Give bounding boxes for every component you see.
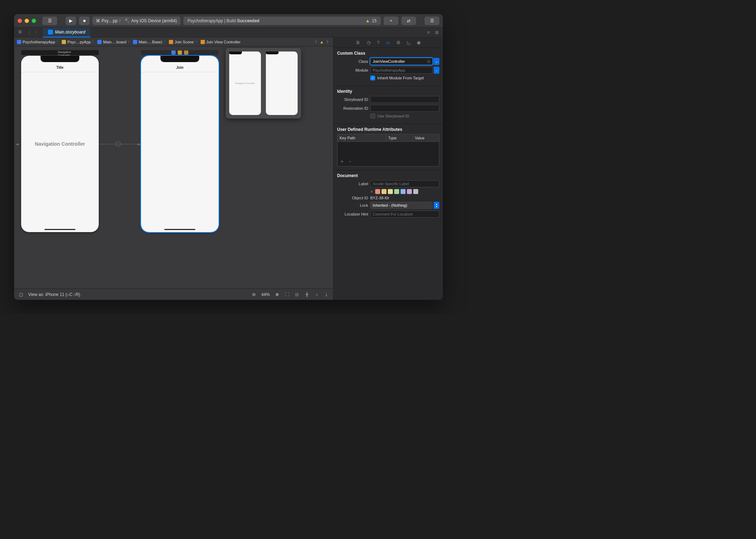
zoom-out-icon[interactable]: ⊖ [251,292,256,297]
class-input[interactable]: JoinViewController ⊙ [370,58,433,65]
notch [160,56,199,62]
canvas-bottom-bar: ▢ View as: iPhone 11 (wC hR) ⊖ 44% ⊕ ⛶ ⊟… [14,289,333,300]
crumb-scene[interactable]: Join Scene [175,40,194,44]
class-dropdown-arrow[interactable]: ⌄ [434,58,439,65]
add-editor-icon[interactable]: ⊞ [434,30,439,35]
size-inspector-tab[interactable]: ◺ [407,40,410,45]
zoom-level[interactable]: 44% [261,292,270,297]
minimap-scene-1[interactable]: Navigation Controller [229,52,261,115]
crumb-controller[interactable]: Join View Controller [206,40,241,44]
scene1-title-bar[interactable]: Navigation Controller [21,50,99,55]
clear-color-icon[interactable]: ✕ [370,190,373,194]
zoom-window-button[interactable] [32,19,36,23]
zoom-in-icon[interactable]: ⊕ [275,292,280,297]
resolve-issues-icon[interactable]: ⭳ [324,292,329,297]
identity-inspector-tab[interactable]: ▭ [386,40,390,45]
bounds-rect-icon[interactable]: ⛶ [285,292,289,297]
localizer-input[interactable]: Comment For Localizer [370,211,439,218]
swatch-red[interactable] [375,189,380,194]
doc-label-input[interactable]: Xcode Specific Label [370,180,439,187]
outline-toggle-icon[interactable]: ▢ [18,292,23,297]
navigation-controller-scene[interactable]: Title Navigation Controller [21,56,99,232]
swatch-orange[interactable] [382,189,386,194]
crumb-folder[interactable]: Psyc…pyApp [67,40,91,44]
use-storyboard-id-checkbox[interactable] [370,114,375,119]
crumb-file[interactable]: Main.…board [103,40,126,44]
history-inspector-tab[interactable]: ◷ [367,40,371,45]
pin-icon[interactable]: ⟐ [314,292,319,297]
connections-inspector-tab[interactable]: ◉ [417,40,421,45]
runtime-attrs-body[interactable]: ＋ － [337,142,439,166]
segue-icon[interactable] [116,141,121,146]
minimap-popover[interactable]: Navigation Controller [226,48,301,119]
toggle-inspector-button[interactable]: ☰ [425,17,439,25]
window-controls [18,19,36,23]
minimize-window-button[interactable] [25,19,29,23]
align-icon[interactable]: ╋ [304,292,309,297]
section-title: User Defined Runtime Attributes [337,127,439,132]
warning-icon[interactable]: ▲ [320,40,324,44]
forward-button[interactable]: 〉 [35,29,39,35]
lock-label: Lock [337,203,368,207]
activity-status[interactable]: PsychotherapyApp | Build Succeeded ▲ 15 [183,17,381,25]
col-value[interactable]: Value [413,134,439,141]
view-as-control[interactable]: View as: iPhone 11 (wC hR) [28,292,80,297]
back-button[interactable]: 〈 [26,29,31,35]
related-items-icon[interactable]: ⊞ [18,29,23,35]
module-input[interactable]: PsychotherapyApp [370,67,433,74]
inherit-module-label: Inherit Module From Target [377,76,424,80]
lock-select[interactable]: Inherited - (Nothing) [370,202,433,209]
swatch-gray[interactable] [413,189,418,194]
folder-icon [62,40,66,44]
storyboard-icon [97,40,102,44]
join-view-controller-scene[interactable]: Join [141,56,219,232]
toggle-navigator-button[interactable]: ☰ [42,17,57,25]
lock-dropdown-arrow[interactable]: ▲▼ [434,202,439,209]
col-type[interactable]: Type [386,134,413,141]
module-dropdown-arrow[interactable]: ⌄ [434,67,439,74]
tab-main-storyboard[interactable]: Main.storyboard [43,28,90,37]
help-inspector-tab[interactable]: ? [377,40,379,45]
run-button[interactable]: ▶ [66,17,76,25]
add-attribute-button[interactable]: ＋ [340,158,345,165]
close-window-button[interactable] [18,19,22,23]
jump-bar[interactable]: PsychotherapyApp 〉 Psyc…pyApp 〉 Main.…bo… [14,37,333,47]
attributes-inspector-tab[interactable]: ⚙ [396,40,401,45]
swatch-green[interactable] [394,189,399,194]
storyboard-id-input[interactable] [370,96,439,103]
crumb-base[interactable]: Main.…Base) [139,40,162,44]
restoration-id-input[interactable] [370,105,439,112]
library-button[interactable]: ＋ [384,17,398,25]
chevron-left-icon[interactable]: 〈 [313,39,317,44]
crumb-project[interactable]: PsychotherapyApp [23,40,55,44]
stop-button[interactable]: ■ [79,17,90,25]
clear-icon[interactable]: ⊙ [427,59,430,64]
stack-icon[interactable]: ⊟ [294,292,299,297]
exit-icon[interactable] [184,50,188,55]
inherit-module-checkbox[interactable]: ✓ [370,75,375,80]
status-sep: | Build [223,18,237,23]
nav-bar-title: Title [21,66,99,69]
first-responder-icon[interactable] [178,50,182,55]
swatch-yellow[interactable] [388,189,393,194]
storyboard-canvas[interactable]: Navigation Controller Title Navigation C… [14,47,333,289]
section-title: Custom Class [337,51,439,56]
chevron-right-icon: 〉 [119,18,123,24]
swatch-purple[interactable] [407,189,412,194]
col-keypath[interactable]: Key Path [337,134,386,141]
code-review-button[interactable]: ⇄ [401,17,416,25]
scheme-selector[interactable]: ⌘ Psy…pp 〉 🔨 Any iOS Device (arm64) [92,17,181,25]
adjust-editor-icon[interactable]: ≡ [426,30,431,35]
minimap-scene-2[interactable] [266,52,298,115]
chevron-right-icon[interactable]: 〉 [327,39,330,44]
scene2-title-bar[interactable] [141,50,219,55]
file-inspector-tab[interactable]: 🗎 [356,40,360,45]
chevron-right-icon: 〉 [195,39,199,44]
section-title: Document [337,173,439,178]
entry-point-arrow[interactable]: ➔ [16,142,19,147]
remove-attribute-button[interactable]: － [347,158,352,165]
home-indicator [44,229,75,230]
notch [229,52,242,54]
swatch-blue[interactable] [401,189,406,194]
vc-dock-icon[interactable] [171,50,176,55]
